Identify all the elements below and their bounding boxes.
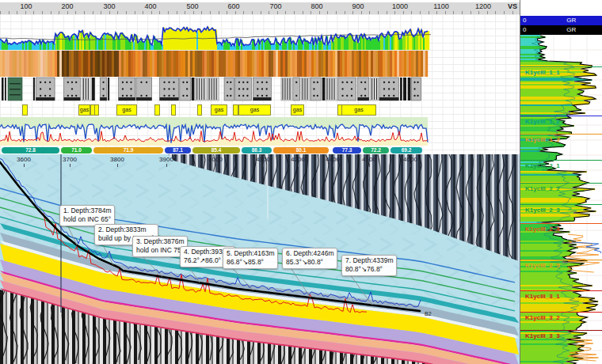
curve-name-label: GR <box>566 25 576 35</box>
gas-interval <box>233 104 238 116</box>
formation-top-label[interactable]: K1ycIII_2_4 <box>525 226 560 233</box>
lithology-track <box>0 77 432 103</box>
formation-top-line <box>520 204 602 205</box>
ruler-tick-label: 300 <box>103 2 115 10</box>
gas-interval: gas <box>341 104 376 116</box>
md-tick <box>298 164 299 167</box>
md-tick <box>117 164 118 167</box>
md-tick-label: 4600 <box>403 156 417 163</box>
md-tick <box>215 164 216 167</box>
steering-annotation[interactable]: 5. Depth:4163m86.8°↘85.8° <box>223 248 278 269</box>
gas-shows-track: gasgasgasgasgasgas <box>0 103 432 117</box>
formation-top-label[interactable]: K1ycIII_3_2 <box>525 314 560 321</box>
md-tick-label: 4200 <box>291 156 305 163</box>
ruler-tick-label: 1100 <box>433 2 448 10</box>
ruler-tick-label: 200 <box>61 2 73 10</box>
formation-top-line <box>520 66 602 67</box>
md-tick-label: 3600 <box>17 156 31 163</box>
gas-interval <box>171 104 176 116</box>
survey-segment: 86.3 <box>242 147 272 154</box>
ruler-tick-label: 700 <box>269 2 281 10</box>
formation-top-label[interactable]: K1ycIII_1_2 <box>525 118 560 125</box>
ruler-tick-label: 100 <box>20 2 32 10</box>
formation-top-label[interactable]: K1ycIII_1_1 <box>525 69 560 76</box>
formation-top-line <box>520 116 602 116</box>
ruler-tick-label: 900 <box>352 2 364 10</box>
geosteering-app: VS 1002003004005006007008009001000110012… <box>0 0 602 364</box>
md-tick-label: 4000 <box>208 156 223 163</box>
survey-segment: 87.1 <box>165 147 191 154</box>
vs-ruler[interactable]: VS 1002003004005006007008009001000110012… <box>0 0 520 15</box>
formation-top-label[interactable]: K1ycIII_2_3 <box>525 207 560 214</box>
survey-segment: 69.2 <box>391 147 422 154</box>
formation-top-line <box>520 290 602 291</box>
ruler-tick-label: 1200 <box>475 2 491 10</box>
md-tick-label: 3800 <box>110 156 124 163</box>
steering-annotation[interactable]: 6. Depth:4246m85.3°↘80.8° <box>282 248 337 269</box>
formation-top-line <box>520 260 602 260</box>
formation-top-line <box>520 330 602 331</box>
formation-top-line <box>520 223 602 224</box>
formation-top-label[interactable]: K1ycIII_2_1 <box>525 162 560 169</box>
md-tick <box>70 164 70 167</box>
md-tick <box>24 164 25 167</box>
gas-interval <box>22 104 28 116</box>
log-tracks-header[interactable]: gasgasgasgasgasgas 72.871.071.987.185.48… <box>0 14 520 154</box>
type-log-body: K1ycIII_1_1K1ycIII_1_2K1ycIII_1_3K1ycIII… <box>520 35 602 364</box>
gr-header-row-2[interactable]: 0 GR <box>520 25 602 35</box>
ruler-tick-label: 400 <box>144 2 156 10</box>
survey-segment: 71.0 <box>61 147 92 154</box>
curve-min-value: 0 <box>523 25 526 35</box>
survey-segment: 72.2 <box>363 147 389 154</box>
formation-top-label[interactable]: K1ycIII_2_2 <box>525 185 560 192</box>
formation-top-label[interactable]: K1ycIII_1_3 <box>525 136 560 143</box>
md-tick <box>263 164 264 167</box>
gas-interval <box>94 104 99 116</box>
md-tick <box>369 164 370 167</box>
gas-interval <box>197 104 202 116</box>
resistivity-curve-track <box>0 117 432 147</box>
gas-interval: gas <box>291 104 304 116</box>
color-band-track <box>0 51 432 77</box>
md-tick-label: 3700 <box>63 156 77 163</box>
gas-interval <box>154 104 160 116</box>
gas-interval: gas <box>78 104 90 116</box>
steering-annotation[interactable]: 7. Depth:4339m80.8°↘76.8° <box>341 255 397 276</box>
md-tick-label: 3900 <box>159 156 173 163</box>
gas-interval: gas <box>116 104 137 116</box>
formation-top-line <box>520 160 602 161</box>
survey-segment: 72.8 <box>2 147 59 154</box>
ruler-tick-label: 1000 <box>392 2 408 10</box>
curve-name-label: GR <box>566 16 576 25</box>
formation-top-line <box>520 183 602 184</box>
md-tick <box>166 164 167 167</box>
formation-top-line <box>520 134 602 135</box>
ruler-tick-label: 500 <box>186 2 198 10</box>
md-tick <box>410 164 411 167</box>
curve-min-value: 0 <box>523 16 526 25</box>
gr-type-log-panel[interactable]: 0 GR 0 GR K1ycIII_1_1K1ycIII_1_2K1ycIII_… <box>520 0 602 364</box>
survey-segment: 85.4 <box>192 147 240 154</box>
md-tick-label: 4500 <box>362 156 376 163</box>
md-tick <box>333 164 333 167</box>
gas-interval: gas <box>238 104 271 116</box>
md-tick-label: 4100 <box>256 156 270 163</box>
gr-vs-curve-track <box>0 17 520 51</box>
gas-interval: gas <box>211 104 227 116</box>
inclination-segment-bar: 72.871.071.987.185.486.380.177.372.269.2 <box>0 147 432 154</box>
formation-top-line <box>520 312 602 313</box>
ruler-unit-label: VS <box>508 2 517 10</box>
ruler-tick-label: 600 <box>227 2 239 10</box>
formation-top-label[interactable]: K1ycIII_3_1 <box>525 293 560 300</box>
gr-header-row-1[interactable]: 0 GR <box>520 16 602 25</box>
ruler-tick-label: 800 <box>311 2 322 10</box>
survey-segment: 80.1 <box>273 147 329 154</box>
formation-top-label[interactable]: K1ycIII_2_5 <box>525 262 560 269</box>
seismic-section[interactable]: B2 3600370038003900400041004200440045004… <box>0 154 520 364</box>
well-end-label: B2 <box>425 311 432 317</box>
md-tick-label: 4400 <box>326 156 340 163</box>
survey-segment: 77.3 <box>333 147 361 154</box>
survey-segment: 71.9 <box>93 147 163 154</box>
formation-top-label[interactable]: K1ycIII_3_3 <box>525 332 560 339</box>
